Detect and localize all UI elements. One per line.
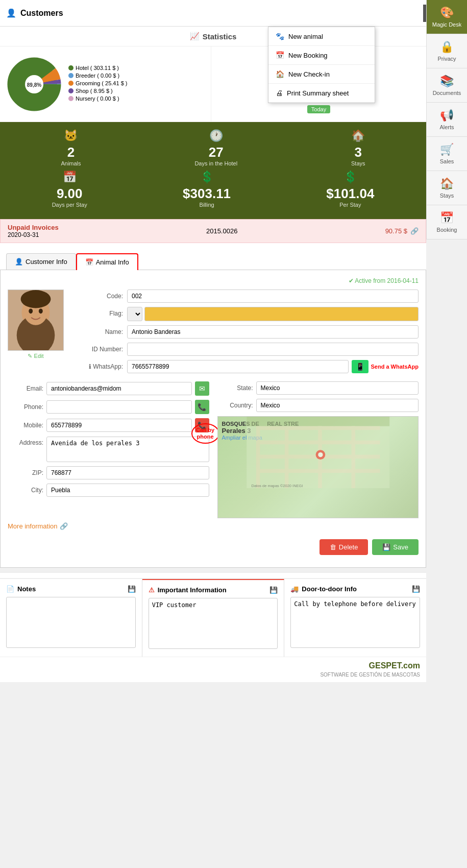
customer-info-icon: 👤: [15, 258, 23, 266]
svg-text:Datos de mapas ©2020 INEGI: Datos de mapas ©2020 INEGI: [251, 484, 303, 488]
door-save-icon[interactable]: 💾: [412, 585, 420, 593]
notes-label: Notes: [17, 585, 36, 593]
important-label: Important Information: [158, 586, 227, 594]
stat-per-stay: 💲 $101.04 Per Stay: [326, 171, 374, 208]
more-info-link[interactable]: More information 🔗: [8, 522, 419, 530]
tab-customer-info[interactable]: 👤 Customer Info: [6, 253, 76, 270]
email-send-button[interactable]: ✉: [195, 381, 209, 396]
footer: GESPET.com SOFTWARE DE GESTIÓN DE MASCOT…: [0, 657, 426, 682]
print-icon: 🖨: [276, 89, 283, 97]
legend-grooming-label: Grooming ( 25.41 $ ): [76, 80, 128, 86]
flag-select[interactable]: ▼: [127, 307, 142, 321]
sidebar-label-documents: Documents: [433, 90, 461, 96]
chart-area: 89,8% Hotel ( 303.11 $ ) Breeder ( 0.00 …: [0, 46, 211, 122]
dropdown-menu: 🐾 New animal 📅 New Booking 🏠 New Check-i…: [268, 27, 375, 103]
email-input[interactable]: [46, 382, 192, 395]
brand-label: GESPET.com: [369, 661, 420, 670]
sidebar-item-sales[interactable]: 🛒 Sales: [427, 137, 467, 171]
sidebar-item-magicdesk[interactable]: 🎨 Magic Desk: [427, 0, 467, 34]
new-checkin-item[interactable]: 🏠 New Check-in: [268, 65, 375, 84]
sidebar-item-documents[interactable]: 📚 Documents: [427, 68, 467, 103]
phone-label: Phone:: [8, 403, 43, 411]
country-input[interactable]: [256, 399, 419, 412]
page-title: Customers: [20, 9, 63, 18]
legend-nursery: Nursery ( 0.00 $ ): [68, 95, 128, 102]
name-input[interactable]: [127, 325, 419, 339]
door-label: Door-to-door Info: [302, 585, 357, 593]
whatsapp-label: ℹ WhatsApp:: [72, 360, 123, 370]
per-stay-value: $101.04: [326, 186, 374, 202]
important-textarea[interactable]: VIP customer: [149, 598, 278, 649]
edit-photo-button[interactable]: ✎ Edit: [8, 353, 64, 359]
email-label: Email:: [8, 385, 43, 392]
alerts-icon: 📢: [440, 109, 454, 122]
zip-input[interactable]: [46, 466, 209, 479]
important-title-left: ⚠ Important Information: [149, 586, 227, 594]
id-row: ID Number:: [72, 343, 419, 356]
new-animal-item[interactable]: 🐾 New animal: [268, 27, 375, 46]
id-label: ID Number:: [72, 343, 123, 353]
save-button[interactable]: 💾 Save: [372, 539, 419, 555]
sidebar-item-stays[interactable]: 🏠 Stays: [427, 171, 467, 205]
country-label: Country:: [217, 402, 253, 409]
notes-save-icon[interactable]: 💾: [128, 585, 136, 593]
external-link-icon[interactable]: 🔗: [410, 227, 419, 235]
flag-label: Flag:: [72, 307, 123, 317]
whatsapp-row: ℹ WhatsApp: 📱 Send a WhatsApp: [72, 360, 419, 373]
id-input[interactable]: [127, 343, 419, 356]
mobile-row: Mobile: 📞 Call by phone: [8, 418, 209, 432]
green-stats-row-bottom: 📅 9.00 Days per Stay 💲 $303.11 Billing 💲…: [4, 171, 422, 208]
phone-call-button[interactable]: 📞: [195, 400, 209, 414]
sidebar-item-booking[interactable]: 📅 Booking: [427, 205, 467, 239]
more-info-label: More information: [8, 522, 58, 530]
important-icon: ⚠: [149, 586, 155, 594]
customer-form: Code: Flag: ▼: [72, 290, 419, 377]
user-icon: 👤: [6, 8, 16, 18]
green-stats-row-top: 🐱 2 Animals 🕐 27 Days in the Hotel 🏠 3 S…: [4, 129, 422, 166]
tab-animal-info[interactable]: 📅 Animal Info: [76, 253, 138, 270]
svg-point-13: [21, 290, 51, 308]
city-input[interactable]: [46, 484, 209, 497]
whatsapp-input[interactable]: [127, 360, 349, 373]
mobile-input[interactable]: [46, 419, 192, 432]
magicdesk-icon: 🎨: [440, 6, 454, 19]
phone-row: Phone: 📞: [8, 400, 209, 414]
pie-center-label: 89,8%: [27, 82, 41, 88]
print-summary-item[interactable]: 🖨 Print Summary sheet: [268, 84, 375, 103]
header: 👤 Customers + ☰: [0, 0, 467, 27]
save-icon: 💾: [382, 543, 390, 551]
animals-icon: 🐱: [64, 129, 78, 142]
notes-doc-icon: 📄: [6, 585, 14, 593]
address-textarea[interactable]: Avenida de los perales 3: [46, 437, 209, 462]
sidebar-item-privacy[interactable]: 🔒 Privacy: [427, 34, 467, 68]
flag-input-area: ▼: [127, 307, 419, 321]
tab-area: 👤 Customer Info 📅 Animal Info ✔ Active f…: [0, 243, 426, 568]
right-col: State: Country: BOSQUES DE REAL STRE Per: [217, 381, 419, 518]
zip-row: ZIP:: [8, 466, 209, 479]
svg-point-12: [39, 308, 43, 314]
svg-rect-23: [351, 426, 355, 488]
notes-textarea[interactable]: [6, 597, 136, 648]
code-label: Code:: [72, 290, 123, 300]
stays-label: Stays: [351, 160, 365, 166]
svg-rect-15: [247, 417, 389, 426]
code-input[interactable]: [127, 290, 419, 303]
important-save-icon[interactable]: 💾: [269, 586, 278, 594]
main-content: 📈 Statistics: [0, 27, 426, 682]
booking-icon: 📅: [276, 51, 284, 59]
right-sidebar: 🎨 Magic Desk 🔒 Privacy 📚 Documents 📢 Ale…: [426, 0, 467, 239]
new-booking-item[interactable]: 📅 New Booking: [268, 46, 375, 65]
delete-button[interactable]: 🗑 Delete: [319, 539, 368, 555]
svg-point-11: [29, 308, 33, 314]
phone-input[interactable]: [46, 400, 192, 414]
state-input[interactable]: [256, 381, 419, 395]
billing-stat-icon: 💲: [200, 171, 214, 184]
whatsapp-button[interactable]: 📱: [352, 360, 368, 373]
door-textarea[interactable]: Call by telephone before delivery: [290, 597, 420, 648]
notes-title-left: 📄 Notes: [6, 585, 36, 593]
whatsapp-input-area: 📱 Send a WhatsApp: [127, 360, 419, 373]
call-by-phone-annotation: Call by phone: [191, 423, 219, 444]
animals-label: Animals: [61, 160, 81, 166]
sidebar-item-alerts[interactable]: 📢 Alerts: [427, 103, 467, 137]
unpaid-left: Unpaid Invoices 2020-03-31: [8, 224, 59, 238]
